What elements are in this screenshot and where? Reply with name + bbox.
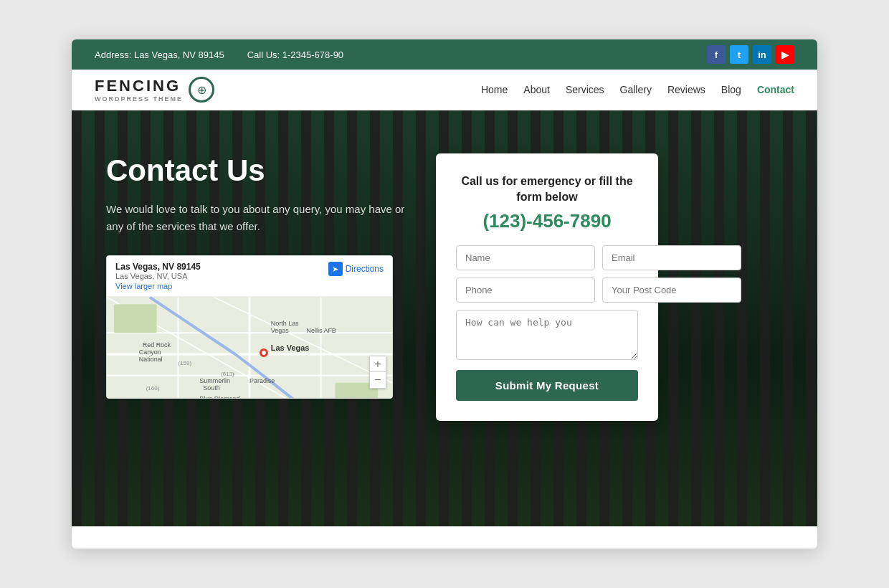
contact-card: Call us for emergency or fill the form b… [436, 153, 658, 421]
twitter-icon[interactable]: t [730, 45, 748, 64]
zoom-in-button[interactable]: + [370, 356, 386, 372]
postcode-input[interactable] [602, 278, 741, 303]
youtube-icon[interactable]: ▶ [776, 45, 794, 64]
directions-icon: ➤ [328, 262, 343, 276]
linkedin-icon[interactable]: in [753, 45, 771, 64]
top-bar-info: Address: Las Vegas, NV 89145 Call Us: 1-… [95, 49, 343, 60]
svg-rect-9 [114, 304, 157, 333]
map-location-info: Las Vegas, NV 89145 Las Vegas, NV, USA V… [115, 262, 201, 290]
nav-item-gallery[interactable]: Gallery [620, 83, 652, 96]
nav-link-contact[interactable]: Contact [757, 84, 794, 95]
svg-text:Red Rock: Red Rock [143, 341, 171, 348]
hero-description: We would love to talk to you about any q… [106, 201, 407, 235]
map-location-sub: Las Vegas, NV, USA [115, 272, 201, 280]
top-bar: Address: Las Vegas, NV 89145 Call Us: 1-… [72, 39, 817, 70]
email-input[interactable] [602, 245, 741, 270]
nav-bar: FENCING WORDPRESS THEME ⊕ Home About Ser… [72, 70, 817, 110]
svg-text:Blue Diamond: Blue Diamond [199, 395, 239, 399]
map-view-larger-link[interactable]: View larger map [115, 282, 201, 290]
svg-text:Canyon: Canyon [139, 348, 161, 356]
nav-link-reviews[interactable]: Reviews [667, 84, 705, 95]
svg-point-23 [262, 351, 266, 355]
nav-link-services[interactable]: Services [566, 84, 604, 95]
card-title: Call us for emergency or fill the form b… [456, 174, 638, 206]
phone-text: Call Us: 1-2345-678-90 [247, 49, 343, 60]
nav-link-about[interactable]: About [523, 84, 550, 95]
svg-text:Summerlin: Summerlin [199, 377, 230, 384]
svg-text:Las Vegas: Las Vegas [271, 343, 310, 352]
logo: FENCING WORDPRESS THEME ⊕ [95, 77, 214, 103]
svg-text:Vegas: Vegas [271, 327, 289, 334]
form-row-phone-postcode [456, 278, 638, 303]
nav-item-contact[interactable]: Contact [757, 83, 794, 96]
address-text: Address: Las Vegas, NV 89145 [95, 49, 224, 60]
nav-item-home[interactable]: Home [481, 83, 508, 96]
nav-item-reviews[interactable]: Reviews [667, 83, 705, 96]
map-zoom-controls: + − [369, 356, 386, 389]
directions-label: Directions [346, 264, 384, 274]
svg-text:South: South [203, 384, 219, 392]
zoom-out-button[interactable]: − [370, 372, 386, 388]
nav-item-services[interactable]: Services [566, 83, 604, 96]
main-nav: Home About Services Gallery Reviews Blog… [481, 83, 794, 96]
card-phone: (123)-456-7890 [456, 210, 638, 232]
map-visual: Red Rock Canyon National Las Vegas Parad… [107, 297, 392, 399]
hero-left: Contact Us We would love to talk to you … [106, 153, 407, 399]
nav-link-home[interactable]: Home [481, 84, 508, 95]
name-input[interactable] [456, 245, 595, 270]
hero-section: Contact Us We would love to talk to you … [72, 110, 817, 526]
nav-link-gallery[interactable]: Gallery [620, 84, 652, 95]
logo-text: FENCING WORDPRESS THEME [95, 77, 183, 103]
facebook-icon[interactable]: f [707, 45, 726, 64]
svg-text:(613): (613) [221, 371, 234, 377]
message-textarea[interactable] [456, 310, 638, 360]
svg-text:(160): (160) [146, 385, 160, 392]
svg-text:(159): (159) [179, 360, 192, 366]
social-icons: f t in ▶ [707, 45, 794, 64]
svg-text:North Las: North Las [271, 320, 299, 327]
map-container: Las Vegas, NV 89145 Las Vegas, NV, USA V… [106, 255, 393, 399]
map-header: Las Vegas, NV 89145 Las Vegas, NV, USA V… [107, 256, 392, 297]
svg-text:Nellis AFB: Nellis AFB [307, 327, 336, 334]
logo-icon: ⊕ [189, 77, 214, 103]
map-location-name: Las Vegas, NV 89145 [115, 262, 201, 272]
map-svg: Red Rock Canyon National Las Vegas Parad… [107, 297, 392, 399]
submit-button[interactable]: Submit My Request [456, 370, 638, 401]
nav-link-blog[interactable]: Blog [721, 84, 741, 95]
logo-sub: WORDPRESS THEME [95, 95, 183, 103]
svg-text:National: National [139, 356, 163, 363]
hero-title: Contact Us [106, 153, 407, 188]
nav-item-about[interactable]: About [523, 83, 550, 96]
browser-window: Address: Las Vegas, NV 89145 Call Us: 1-… [72, 39, 817, 549]
phone-input[interactable] [456, 278, 595, 303]
svg-text:Paradise: Paradise [249, 377, 275, 384]
form-row-name-email [456, 245, 638, 270]
map-directions-button[interactable]: ➤ Directions [328, 262, 384, 276]
nav-item-blog[interactable]: Blog [721, 83, 741, 96]
nav-links: Home About Services Gallery Reviews Blog… [481, 83, 794, 96]
